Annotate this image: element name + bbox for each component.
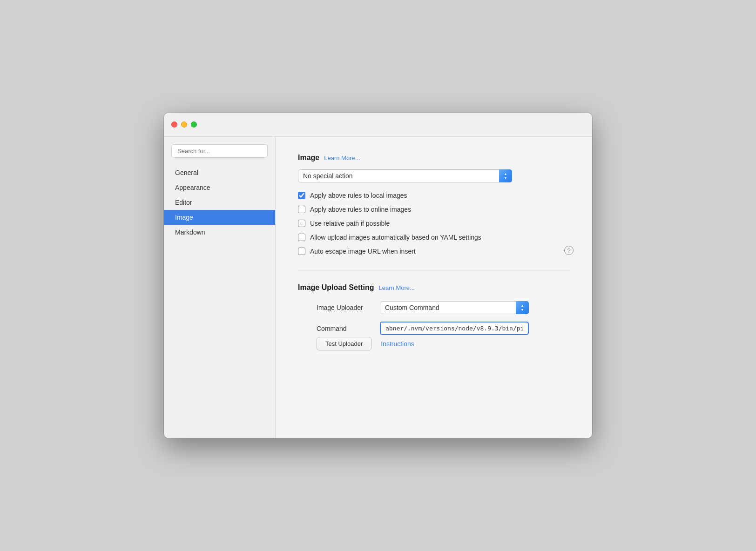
- checkbox-relative-label: Use relative path if possible: [310, 220, 390, 227]
- upload-form: Image Uploader Custom Command iPic uPic …: [317, 301, 570, 335]
- image-action-dropdown-row: No special action Copy to folder Move to…: [298, 169, 570, 182]
- uploader-select[interactable]: Custom Command iPic uPic PicGo-Core GitH…: [380, 301, 529, 314]
- checkbox-relative-input[interactable]: [298, 220, 305, 227]
- upload-learn-more-link[interactable]: Learn More...: [379, 284, 415, 291]
- uploader-dropdown-wrapper: Custom Command iPic uPic PicGo-Core GitH…: [380, 301, 529, 314]
- nav-list: General Appearance Editor Image Markdown: [164, 165, 275, 240]
- checkbox-yaml-label: Allow upload images automatically based …: [310, 234, 481, 241]
- image-action-dropdown-wrapper: No special action Copy to folder Move to…: [298, 169, 512, 182]
- upload-section-title: Image Upload Setting: [298, 283, 374, 292]
- maximize-button[interactable]: [191, 121, 197, 128]
- test-uploader-button[interactable]: Test Uploader: [317, 337, 371, 350]
- search-container: [164, 144, 275, 165]
- sidebar-item-editor[interactable]: Editor: [164, 195, 275, 210]
- checkbox-auto-escape: Auto escape image URL when insert: [298, 248, 570, 255]
- uploader-row: Image Uploader Custom Command iPic uPic …: [317, 301, 570, 314]
- command-input[interactable]: [380, 322, 529, 335]
- main-content: Image Learn More... No special action Co…: [276, 137, 592, 438]
- uploader-label: Image Uploader: [317, 304, 372, 311]
- command-input-wrapper: [380, 322, 529, 335]
- titlebar: [164, 113, 592, 137]
- action-row: Test Uploader Instructions: [317, 337, 570, 350]
- image-action-select[interactable]: No special action Copy to folder Move to…: [298, 169, 512, 182]
- checkbox-online-input[interactable]: [298, 206, 305, 213]
- image-checkboxes: Apply above rules to local images Apply …: [298, 192, 570, 255]
- checkbox-yaml-input[interactable]: [298, 234, 305, 241]
- content-area: General Appearance Editor Image Markdown…: [164, 137, 592, 438]
- app-window: General Appearance Editor Image Markdown…: [164, 113, 592, 438]
- image-section-header: Image Learn More...: [298, 154, 570, 162]
- sidebar: General Appearance Editor Image Markdown: [164, 137, 276, 438]
- command-row: Command: [317, 322, 570, 335]
- sidebar-item-appearance[interactable]: Appearance: [164, 180, 275, 195]
- checkbox-yaml-upload: Allow upload images automatically based …: [298, 234, 570, 241]
- image-learn-more-link[interactable]: Learn More...: [324, 155, 360, 161]
- instructions-link[interactable]: Instructions: [381, 340, 414, 348]
- checkbox-local-input[interactable]: [298, 192, 305, 199]
- traffic-lights: [171, 121, 197, 128]
- sidebar-item-general[interactable]: General: [164, 165, 275, 180]
- checkbox-local-label: Apply above rules to local images: [310, 192, 407, 199]
- upload-section-header: Image Upload Setting Learn More...: [298, 283, 570, 292]
- sidebar-item-image[interactable]: Image: [164, 210, 275, 225]
- close-button[interactable]: [171, 121, 177, 128]
- help-icon[interactable]: ?: [564, 246, 574, 255]
- section-divider: [298, 270, 570, 270]
- command-label: Command: [317, 325, 372, 332]
- checkbox-online-label: Apply above rules to online images: [310, 206, 411, 213]
- sidebar-item-markdown[interactable]: Markdown: [164, 225, 275, 240]
- checkbox-relative-path: Use relative path if possible: [298, 220, 570, 227]
- minimize-button[interactable]: [181, 121, 187, 128]
- image-section-title: Image: [298, 154, 319, 162]
- upload-section: Image Upload Setting Learn More... Image…: [298, 283, 570, 350]
- checkbox-online-images: Apply above rules to online images: [298, 206, 570, 213]
- search-input[interactable]: [171, 144, 268, 158]
- checkbox-escape-label: Auto escape image URL when insert: [310, 248, 416, 255]
- checkbox-escape-input[interactable]: [298, 248, 305, 255]
- checkbox-local-images: Apply above rules to local images: [298, 192, 570, 199]
